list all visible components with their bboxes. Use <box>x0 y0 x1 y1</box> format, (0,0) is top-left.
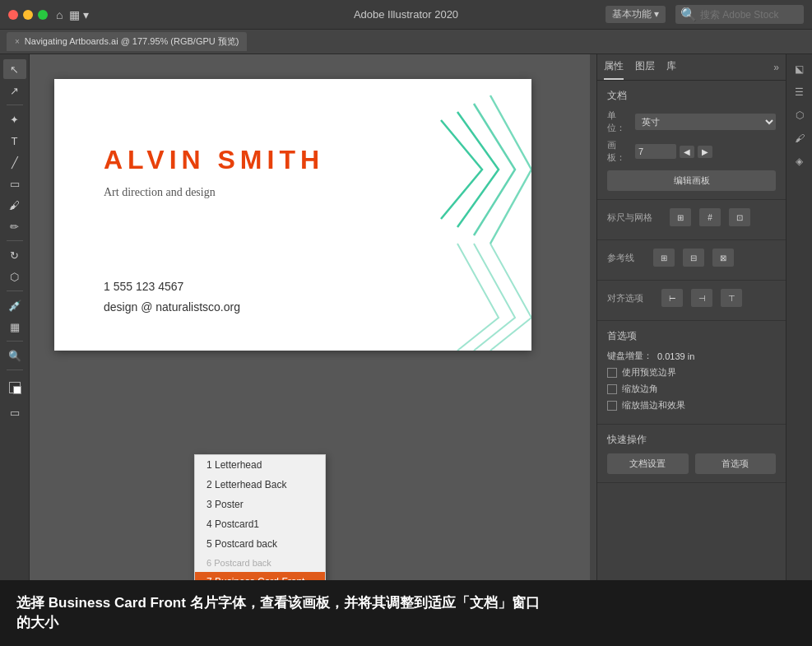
scale-corners-label: 缩放边角 <box>622 383 658 395</box>
grid-toggle-icon[interactable]: # <box>699 208 721 226</box>
workspace-button[interactable]: 基本功能 ▾ <box>606 6 666 23</box>
dropdown-item-3[interactable]: 3 Poster <box>195 495 325 514</box>
document-tab[interactable]: × Navigating Artboards.ai @ 177.95% (RGB… <box>7 32 247 51</box>
tool-separator-3 <box>7 290 23 291</box>
doc-settings-btn[interactable]: 文档设置 <box>607 453 689 474</box>
app-title: Adobe Illustrator 2020 <box>354 8 458 21</box>
scale-corners-checkbox[interactable] <box>607 384 617 394</box>
pencil-tool[interactable]: ✏ <box>3 216 26 236</box>
preferences-btn[interactable]: 首选项 <box>695 453 777 474</box>
minimize-button[interactable] <box>23 10 33 20</box>
dropdown-item-5[interactable]: 5 Postcard back <box>195 534 325 554</box>
clear-guides-icon[interactable]: ⊠ <box>712 249 734 267</box>
align-left-icon[interactable]: ⊢ <box>661 289 683 307</box>
bc-email: design @ naturalistsco.org <box>104 300 240 314</box>
tool-separator-5 <box>7 369 23 370</box>
preview-bounds-checkbox[interactable] <box>607 368 617 378</box>
rulers-grid-section: 标尺与网格 ⊞ # ⊡ <box>597 200 786 240</box>
properties-strip-icon[interactable]: ⬕ <box>790 59 810 79</box>
tab-layers[interactable]: 图层 <box>635 54 655 80</box>
line-tool[interactable]: ╱ <box>3 152 26 172</box>
fill-stroke[interactable] <box>3 378 26 397</box>
library-strip-icon[interactable]: ⬡ <box>790 105 810 125</box>
paintbrush-tool[interactable]: 🖌 <box>3 195 26 215</box>
dropdown-item-4[interactable]: 4 Postcard1 <box>195 514 325 534</box>
artboard[interactable]: ALVIN SMITH Art direction and design 1 5… <box>54 79 531 351</box>
guides-label: 参考线 <box>607 252 648 264</box>
tab-close-icon[interactable]: × <box>15 37 20 46</box>
quick-actions-section: 快速操作 文档设置 首选项 <box>597 425 786 483</box>
artboard-number-input[interactable] <box>635 144 676 159</box>
align-center-icon[interactable]: ⊣ <box>691 289 712 307</box>
pixel-grid-icon[interactable]: ⊡ <box>729 208 750 226</box>
unit-select[interactable]: 英寸 像素 毫米 <box>635 114 776 130</box>
layers-strip-icon[interactable]: ☰ <box>790 82 810 102</box>
search-bar[interactable]: 🔍 <box>675 5 804 24</box>
left-toolbar: ↖ ↗ ✦ T ╱ ▭ 🖌 ✏ ↻ ⬡ 💉 ▦ 🔍 ▭ <box>0 54 30 646</box>
rulers-icon[interactable]: ⊞ <box>670 208 691 226</box>
guides-icons: ⊞ ⊟ ⊠ <box>653 249 734 267</box>
scale-strokes-label: 缩放描边和效果 <box>622 399 685 411</box>
panel-tabs: 属性 图层 库 » <box>597 54 786 81</box>
rulers-grid-label: 标尺与网格 <box>607 211 665 224</box>
artboard-dropdown-menu[interactable]: 1 Letterhead 2 Letterhead Back 3 Poster … <box>194 454 326 593</box>
gradient-tool[interactable]: ▦ <box>3 317 26 337</box>
select-tool[interactable]: ↖ <box>3 59 26 79</box>
canvas-area[interactable]: ALVIN SMITH Art direction and design 1 5… <box>30 54 596 646</box>
shape-tool[interactable]: ▭ <box>3 174 26 193</box>
type-tool[interactable]: T <box>3 131 26 151</box>
titlebar: ⌂ ▦ ▾ Adobe Illustrator 2020 基本功能 ▾ 🔍 <box>0 0 812 30</box>
show-guides-icon[interactable]: ⊞ <box>653 249 675 267</box>
brush-strip-icon[interactable]: 🖌 <box>790 128 810 148</box>
scale-strokes-row[interactable]: 缩放描边和效果 <box>607 399 776 411</box>
rotate-tool[interactable]: ↻ <box>3 245 26 265</box>
tab-label: Navigating Artboards.ai @ 177.95% (RGB/G… <box>25 35 239 48</box>
search-input[interactable] <box>700 9 799 21</box>
canvas-scrollbar[interactable] <box>590 54 596 646</box>
grid-icon[interactable]: ▦ ▾ <box>69 8 89 21</box>
rulers-grid-row: 标尺与网格 ⊞ # ⊡ <box>607 208 776 226</box>
tool-separator-1 <box>7 105 23 105</box>
unit-row: 单位： 英寸 像素 毫米 <box>607 109 776 134</box>
document-section-title: 文档 <box>607 89 776 103</box>
align-right-icon[interactable]: ⊤ <box>721 289 742 307</box>
dropdown-item-2[interactable]: 2 Letterhead Back <box>195 475 325 495</box>
home-icon[interactable]: ⌂ <box>56 8 63 21</box>
scale-tool[interactable]: ⬡ <box>3 267 26 286</box>
scale-strokes-checkbox[interactable] <box>607 401 617 411</box>
bc-phone: 1 555 123 4567 <box>104 280 183 293</box>
preview-bounds-label: 使用预览边界 <box>622 366 676 379</box>
close-button[interactable] <box>8 10 18 20</box>
zoom-tool[interactable]: 🔍 <box>3 346 26 365</box>
tab-library[interactable]: 库 <box>666 54 676 80</box>
main-layout: ↖ ↗ ✦ T ╱ ▭ 🖌 ✏ ↻ ⬡ 💉 ▦ 🔍 ▭ ALVIN SMI <box>0 54 812 646</box>
tool-separator-2 <box>7 240 23 241</box>
align-row: 对齐选项 ⊢ ⊣ ⊤ <box>607 289 776 307</box>
artboard-prev-btn[interactable]: ◀ <box>680 146 694 158</box>
panel-tabs-more-icon[interactable]: » <box>773 62 779 73</box>
tab-properties[interactable]: 属性 <box>604 54 624 80</box>
pen-tool[interactable]: ✦ <box>3 109 26 129</box>
dropdown-item-1[interactable]: 1 Letterhead <box>195 455 325 475</box>
artboard-next-btn[interactable]: ▶ <box>698 146 712 158</box>
eyedropper-tool[interactable]: 💉 <box>3 295 26 315</box>
lock-guides-icon[interactable]: ⊟ <box>683 249 704 267</box>
banner-text: 选择 Business Card Front 名片字体，查看该画板，并将其调整到… <box>16 593 540 633</box>
unit-label: 单位： <box>607 109 630 134</box>
screen-mode[interactable]: ▭ <box>3 402 26 422</box>
edit-artboard-btn[interactable]: 编辑画板 <box>607 170 776 191</box>
banner-text-line2: 的大小 <box>16 615 58 630</box>
preview-bounds-row[interactable]: 使用预览边界 <box>607 366 776 379</box>
tool-separator-4 <box>7 341 23 342</box>
scale-corners-row[interactable]: 缩放边角 <box>607 383 776 395</box>
guides-section: 参考线 ⊞ ⊟ ⊠ <box>597 240 786 281</box>
document-section: 文档 单位： 英寸 像素 毫米 画板： ◀ ▶ 编辑画板 <box>597 81 786 200</box>
fullscreen-button[interactable] <box>38 10 48 20</box>
dropdown-item-6[interactable]: 6 Postcard back <box>195 554 325 572</box>
symbols-strip-icon[interactable]: ◈ <box>790 151 810 171</box>
traffic-lights <box>8 10 48 20</box>
keyboard-increment-row: 键盘增量： 0.0139 in <box>607 350 776 362</box>
titlebar-right: 基本功能 ▾ 🔍 <box>606 5 804 24</box>
align-label: 对齐选项 <box>607 292 657 304</box>
direct-select-tool[interactable]: ↗ <box>3 81 26 100</box>
